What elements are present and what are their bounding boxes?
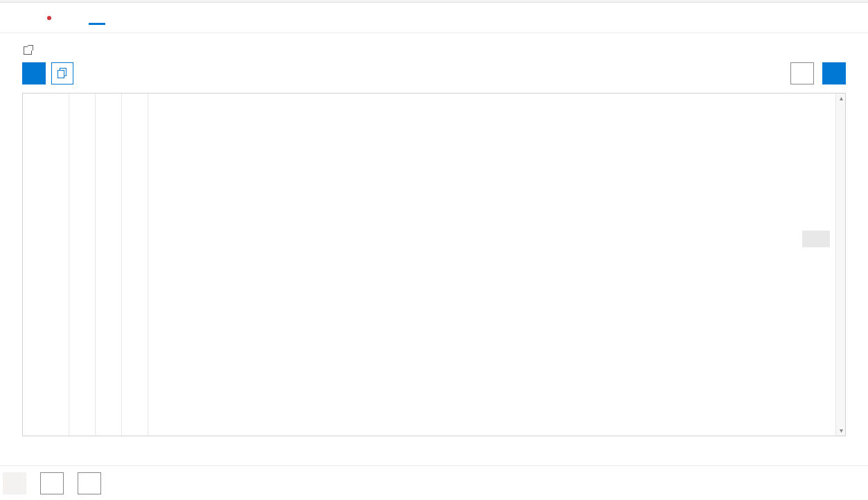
subheading bbox=[0, 33, 868, 62]
review-create-button bbox=[3, 472, 26, 494]
minimap-thumb[interactable] bbox=[802, 231, 830, 247]
external-link-icon bbox=[24, 46, 32, 55]
copy-button[interactable] bbox=[51, 62, 73, 84]
code-area[interactable] bbox=[66, 93, 845, 436]
learn-more-link[interactable] bbox=[22, 44, 32, 55]
next-button[interactable] bbox=[78, 472, 101, 494]
scroll-down-icon[interactable]: ▾ bbox=[836, 426, 846, 436]
unsaved-dot-icon bbox=[47, 16, 51, 20]
tab-json[interactable] bbox=[89, 12, 105, 24]
scroll-up-icon[interactable]: ▴ bbox=[836, 93, 846, 103]
tab-bar bbox=[0, 3, 868, 33]
json-editor[interactable]: ▴ ▾ bbox=[22, 93, 846, 436]
highlight-box bbox=[23, 436, 26, 436]
previous-button[interactable] bbox=[40, 472, 64, 494]
tab-assignable-scopes[interactable] bbox=[61, 12, 78, 24]
line-number-gutter bbox=[23, 93, 66, 436]
download-button[interactable] bbox=[22, 62, 46, 84]
tab-review-create[interactable] bbox=[116, 12, 133, 24]
discard-changes-button[interactable] bbox=[790, 62, 814, 84]
wizard-footer bbox=[0, 465, 868, 500]
toolbar bbox=[0, 62, 868, 93]
copy-icon bbox=[57, 68, 68, 79]
tab-basics[interactable] bbox=[6, 12, 22, 24]
scrollbar[interactable]: ▴ ▾ bbox=[835, 93, 845, 436]
svg-rect-1 bbox=[58, 71, 64, 78]
tab-permissions[interactable] bbox=[33, 12, 50, 24]
save-button[interactable] bbox=[822, 62, 846, 84]
